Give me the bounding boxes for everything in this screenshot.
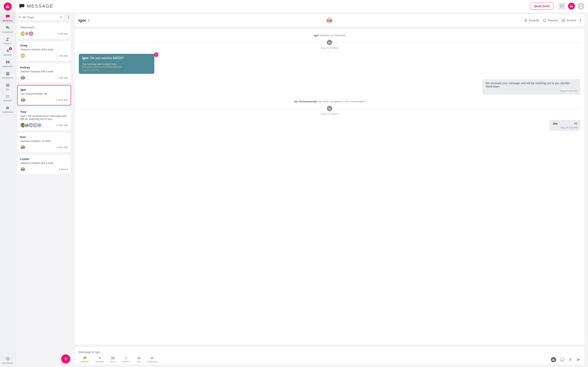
conversation-name: Greg [20, 44, 68, 47]
email-channel-icon [154, 52, 158, 57]
conversation-card[interactable]: LesterJackson Haslam left a note2 days a [17, 155, 71, 175]
divider-row-2 [79, 106, 294, 111]
svg-point-6 [7, 61, 8, 62]
conversation-time: 2 days ago [56, 99, 68, 101]
avatar: LA [36, 123, 42, 128]
svg-line-27 [20, 18, 21, 18]
avatar [20, 97, 26, 103]
svg-point-29 [62, 17, 62, 18]
nav-campaign[interactable]: CAMPAIGN [0, 104, 16, 115]
wallet-icon [6, 83, 10, 87]
conversation-card[interactable]: KelseyJackson Haslam left a note1 day ag… [17, 63, 71, 83]
avatar: D [28, 31, 34, 36]
nav-teamchat[interactable]: TEAMCHAT [0, 24, 16, 35]
nav-survey[interactable]: SURVEY [0, 92, 16, 104]
event-assigned-time: Aug 23 4:40pm [79, 112, 294, 115]
svg-rect-17 [6, 98, 7, 98]
incoming-message: Igor: Do you service 84020? This message… [79, 54, 154, 74]
message-icon [6, 14, 10, 19]
conversation-preview: Jackson Haslam left a note [20, 161, 68, 165]
search-field-wrap [17, 14, 65, 21]
conversation-time: 2 days ago [56, 146, 68, 149]
thread-column: Igor Favorite Resolve [73, 12, 294, 184]
speech-bubble-icon [19, 4, 25, 8]
thread-header: Igor Favorite Resolve [75, 14, 294, 26]
conversation-name: Ken [20, 135, 68, 139]
svg-rect-19 [6, 108, 7, 109]
conversation-preview: User: We received your message and will … [20, 114, 68, 120]
conversation-name: Kelsey [20, 66, 68, 69]
conversation-card[interactable]: GregJackson Haslam left a noteGM1 day ag… [17, 41, 71, 61]
svg-point-26 [19, 16, 20, 18]
nav-people[interactable]: PEOPLE [0, 35, 16, 47]
nav-items: MESSAGE TEAMCHAT PEOPLE 3 REVIEW WEBCH [0, 12, 15, 115]
conversation-time: 1 day ago [57, 76, 68, 79]
svg-rect-16 [7, 96, 9, 97]
conversation-time: 1 day ago [57, 32, 68, 35]
survey-icon [6, 94, 10, 99]
nav-pay[interactable]: PAY [0, 81, 16, 92]
brand-logo[interactable] [4, 2, 12, 11]
svg-rect-15 [6, 96, 7, 97]
svg-rect-12 [6, 84, 9, 85]
people-icon [6, 37, 10, 42]
conversation-preview: Jackson Haslam left a note [20, 70, 68, 73]
svg-rect-41 [155, 54, 157, 55]
conversation-avatars [20, 97, 25, 103]
message-source-link[interactable]: https://info.swellcx.com/webchatdemo. [82, 65, 122, 68]
conversation-card[interactable]: IgorJon Sciammarella: Hi!2 days ago [17, 85, 71, 105]
conversation-avatars: SDLA [20, 123, 41, 128]
event-entered: Igor entered via Webchat [79, 34, 294, 37]
conversation-card[interactable]: Attachment…TSSCD1 day ago [17, 22, 71, 39]
incoming-message-row: Igor: Do you service 84020? This message… [79, 54, 294, 74]
conversation-avatars: GM [20, 53, 24, 58]
icon-sidebar: MESSAGE TEAMCHAT PEOPLE 3 REVIEW WEBCH [0, 0, 16, 184]
filter-button[interactable] [58, 14, 64, 21]
review-badge: 3 [9, 47, 12, 50]
nav-schedule[interactable]: SCHEDULE [0, 69, 16, 81]
list-menu-button[interactable] [66, 16, 71, 19]
avatar: GM [20, 53, 26, 58]
svg-point-28 [61, 17, 61, 17]
thread-contact-name[interactable]: Igor [78, 18, 86, 23]
megaphone-icon [6, 106, 10, 110]
svg-rect-9 [7, 72, 7, 72]
thread-body[interactable]: Igor entered via Webchat Aug 23 4:39pm I… [75, 29, 294, 184]
conversation-name: Lester [20, 157, 68, 161]
svg-rect-18 [7, 98, 9, 98]
teamchat-icon [6, 26, 10, 30]
avatar [20, 75, 26, 80]
conversation-preview: Attachment… [20, 26, 68, 29]
conversation-preview: Jackson Haslam: Hi Ken! [20, 140, 68, 142]
avatar [20, 145, 26, 150]
conversation-list-header [16, 12, 73, 22]
svg-rect-8 [6, 73, 9, 73]
nav-message[interactable]: MESSAGE [0, 12, 16, 24]
avatar [20, 167, 26, 172]
conversation-avatars [20, 145, 24, 150]
search-input[interactable] [22, 16, 58, 19]
conversation-name: Trey [20, 110, 68, 114]
conversation-avatars: TSSCD [20, 31, 33, 36]
conversation-time: 2 days a [59, 168, 68, 171]
webchat-icon [6, 60, 10, 64]
conversation-avatars [20, 167, 24, 172]
conversation-card[interactable]: KenJackson Haslam: Hi Ken!2 days ago [17, 133, 71, 152]
conversation-card[interactable]: TreyUser: We received your message and w… [17, 108, 71, 131]
conversation-avatars [20, 75, 24, 80]
svg-rect-10 [8, 72, 9, 72]
conversation-name: Igor [20, 88, 68, 91]
svg-point-30 [68, 16, 69, 17]
conversation-list[interactable]: Attachment…TSSCD1 day agoGregJackson Has… [16, 22, 73, 184]
chevron-right-icon[interactable] [88, 19, 90, 22]
conversation-time: 1 day ago [57, 54, 68, 57]
page-title: MESSAGE [27, 3, 53, 9]
nav-review[interactable]: 3 REVIEW [0, 47, 16, 58]
svg-rect-0 [6, 6, 7, 8]
svg-rect-13 [6, 95, 7, 96]
nav-webchat[interactable]: WEBCHAT [0, 58, 16, 69]
svg-rect-7 [6, 72, 9, 75]
svg-point-3 [6, 38, 8, 39]
svg-point-31 [68, 17, 69, 18]
conversation-preview: Jon Sciammarella: Hi! [20, 92, 68, 95]
